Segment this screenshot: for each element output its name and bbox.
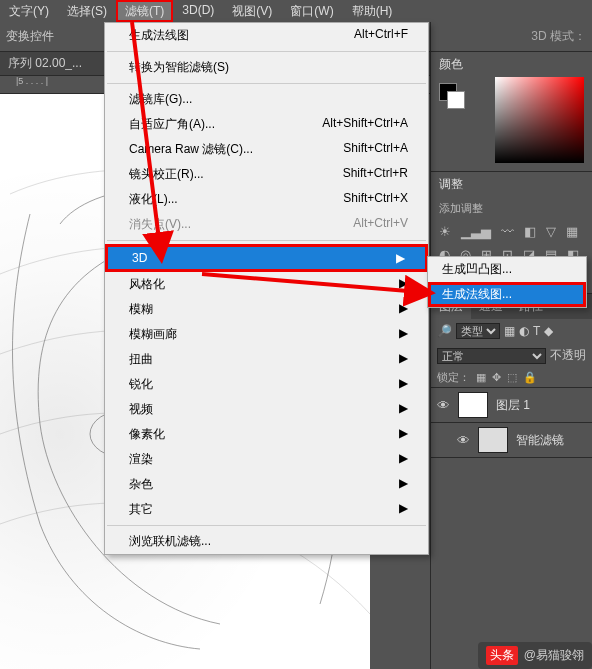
submenu-arrow-icon: ▶ — [389, 426, 408, 443]
panels: 3D 模式： 颜色 调整 添加调整 ☀ ▁▃▅ 〰 ◧ ▽ ▦ ◐ ◎ ⊞ — [430, 22, 592, 669]
menu-convert-smart[interactable]: 转换为智能滤镜(S) — [105, 55, 428, 80]
lock-position-icon[interactable]: ✥ — [492, 371, 501, 384]
levels-icon[interactable]: ▁▃▅ — [461, 224, 491, 239]
smart-filter-label: 智能滤镜 — [516, 432, 564, 449]
layer-name[interactable]: 图层 1 — [496, 397, 530, 414]
menubar: 文字(Y) 选择(S) 滤镜(T) 3D(D) 视图(V) 窗口(W) 帮助(H… — [0, 0, 592, 22]
layers-panel: 图层 通道 路径 🔎 类型 ▦ ◐ T ◆ 正常 不透明 锁定： ▦ ✥ ⬚ 🔒 — [431, 294, 592, 458]
menu-lens-correction[interactable]: 镜头校正(R)... Shift+Ctrl+R — [105, 162, 428, 187]
hue-icon[interactable]: ▦ — [566, 224, 578, 239]
submenu-arrow-icon: ▶ — [389, 376, 408, 393]
submenu-generate-normal[interactable]: 生成法线图... — [428, 282, 586, 307]
watermark-brand: 头条 — [486, 646, 518, 665]
lock-all-icon[interactable]: 🔒 — [523, 371, 537, 384]
panel-top-strip: 3D 模式： — [431, 22, 592, 52]
menu-noise[interactable]: 杂色▶ — [105, 472, 428, 497]
menu-view[interactable]: 视图(V) — [223, 0, 281, 22]
menu-help[interactable]: 帮助(H) — [343, 0, 402, 22]
menu-video[interactable]: 视频▶ — [105, 397, 428, 422]
exposure-icon[interactable]: ◧ — [524, 224, 536, 239]
submenu-generate-bump[interactable]: 生成凹凸图... — [428, 257, 586, 282]
submenu-arrow-icon: ▶ — [389, 476, 408, 493]
submenu-arrow-icon: ▶ — [389, 501, 408, 518]
visibility-icon[interactable]: 👁 — [437, 398, 450, 413]
submenu-arrow-icon: ▶ — [389, 326, 408, 343]
menu-distort[interactable]: 扭曲▶ — [105, 347, 428, 372]
watermark-author: @易猫骏翎 — [524, 647, 584, 664]
submenu-arrow-icon: ▶ — [386, 251, 405, 265]
lock-artboard-icon[interactable]: ⬚ — [507, 371, 517, 384]
color-picker[interactable] — [495, 77, 584, 163]
vibrance-icon[interactable]: ▽ — [546, 224, 556, 239]
menu-3d[interactable]: 3D(D) — [173, 0, 223, 22]
blend-mode-select[interactable]: 正常 — [437, 348, 546, 364]
menu-browse-online[interactable]: 浏览联机滤镜... — [105, 529, 428, 554]
filter-pixel-icon[interactable]: ▦ — [504, 324, 515, 338]
submenu-arrow-icon: ▶ — [389, 276, 408, 293]
adjust-add-label: 添加调整 — [431, 197, 592, 220]
visibility-icon[interactable]: 👁 — [457, 433, 470, 448]
menu-pixelate[interactable]: 像素化▶ — [105, 422, 428, 447]
curves-icon[interactable]: 〰 — [501, 224, 514, 239]
menu-select[interactable]: 选择(S) — [58, 0, 116, 22]
submenu-arrow-icon: ▶ — [389, 351, 408, 368]
menu-render[interactable]: 渲染▶ — [105, 447, 428, 472]
layer-kind-select[interactable]: 类型 — [456, 323, 500, 339]
menu-sharpen[interactable]: 锐化▶ — [105, 372, 428, 397]
color-panel: 颜色 — [431, 52, 592, 172]
lock-pixels-icon[interactable]: ▦ — [476, 371, 486, 384]
document-tab[interactable]: 序列 02.00_... — [8, 55, 82, 72]
layer-item[interactable]: 👁 智能滤镜 — [431, 422, 592, 457]
brightness-icon[interactable]: ☀ — [439, 224, 451, 239]
menu-other[interactable]: 其它▶ — [105, 497, 428, 522]
smart-filter-thumbnail[interactable] — [478, 427, 508, 453]
menu-text[interactable]: 文字(Y) — [0, 0, 58, 22]
filter-3d-submenu: 生成凹凸图... 生成法线图... — [427, 256, 587, 308]
menu-window[interactable]: 窗口(W) — [281, 0, 342, 22]
shortcut-label: Alt+Ctrl+F — [354, 27, 408, 44]
layer-item[interactable]: 👁 图层 1 — [431, 387, 592, 422]
submenu-arrow-icon: ▶ — [389, 301, 408, 318]
menu-last-filter[interactable]: 生成法线图 Alt+Ctrl+F — [105, 23, 428, 48]
watermark: 头条 @易猫骏翎 — [478, 642, 592, 669]
lock-label: 锁定： — [437, 370, 470, 385]
menu-filter-gallery[interactable]: 滤镜库(G)... — [105, 87, 428, 112]
filter-menu: 生成法线图 Alt+Ctrl+F 转换为智能滤镜(S) 滤镜库(G)... 自适… — [104, 22, 429, 555]
transform-controls-label: 变换控件 — [6, 28, 54, 45]
adjust-title[interactable]: 调整 — [431, 172, 592, 197]
color-panel-title[interactable]: 颜色 — [431, 52, 592, 77]
filter-shape-icon[interactable]: ◆ — [544, 324, 553, 338]
filter-adjust-icon[interactable]: ◐ — [519, 324, 529, 338]
menu-vanishing-point: 消失点(V)... Alt+Ctrl+V — [105, 212, 428, 237]
menu-blur-gallery[interactable]: 模糊画廊▶ — [105, 322, 428, 347]
mode-3d-label: 3D 模式： — [531, 28, 586, 45]
foreground-background-swatch[interactable] — [431, 77, 465, 171]
menu-stylize[interactable]: 风格化▶ — [105, 272, 428, 297]
menu-camera-raw[interactable]: Camera Raw 滤镜(C)... Shift+Ctrl+A — [105, 137, 428, 162]
menu-adaptive-wide[interactable]: 自适应广角(A)... Alt+Shift+Ctrl+A — [105, 112, 428, 137]
search-icon[interactable]: 🔎 — [437, 324, 452, 338]
filter-type-icon[interactable]: T — [533, 324, 540, 338]
menu-3d[interactable]: 3D▶ — [105, 244, 428, 272]
opacity-label: 不透明 — [550, 347, 586, 364]
bg-color[interactable] — [447, 91, 465, 109]
menu-liquify[interactable]: 液化(L)... Shift+Ctrl+X — [105, 187, 428, 212]
submenu-arrow-icon: ▶ — [389, 451, 408, 468]
layer-thumbnail[interactable] — [458, 392, 488, 418]
submenu-arrow-icon: ▶ — [389, 401, 408, 418]
menu-filter[interactable]: 滤镜(T) — [116, 0, 173, 22]
menu-blur[interactable]: 模糊▶ — [105, 297, 428, 322]
